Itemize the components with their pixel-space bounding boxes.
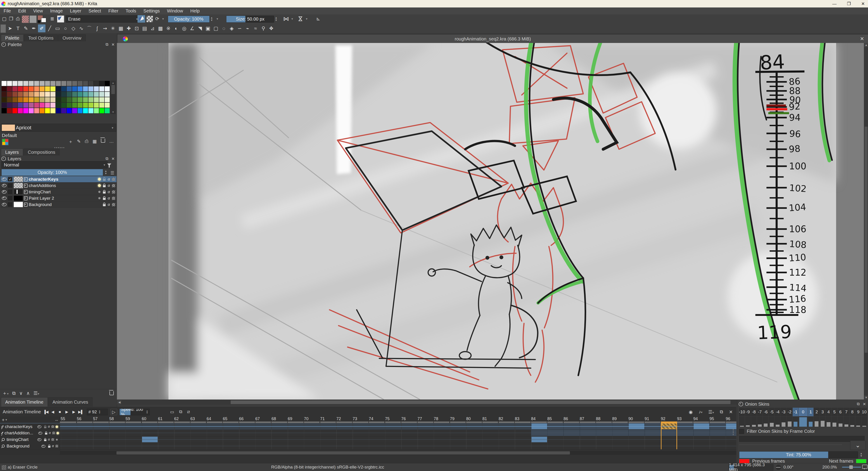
- brush-preset-icon[interactable]: [57, 15, 64, 23]
- onion-opacity-bar[interactable]: [788, 421, 792, 427]
- palette-swatch[interactable]: [104, 92, 110, 97]
- onion-offset-6[interactable]: 6: [837, 408, 843, 416]
- palette-swatch[interactable]: [34, 81, 39, 86]
- onion-skin-toggle-icon[interactable]: [98, 197, 101, 199]
- palette-swatch[interactable]: [104, 102, 110, 108]
- layer-row-background[interactable]: Backgroundα: [0, 201, 117, 208]
- palette-swatch[interactable]: [39, 81, 45, 86]
- timeline-layer-name-Background[interactable]: Backgroundα: [0, 443, 60, 449]
- palette-swatch[interactable]: [61, 97, 66, 102]
- palette-swatch[interactable]: [12, 81, 18, 86]
- alpha-lock-icon[interactable]: α: [107, 183, 110, 188]
- frame-number[interactable]: 96: [726, 416, 736, 421]
- add-layer-button[interactable]: ＋▾: [2, 390, 9, 397]
- onion-opacity-bar[interactable]: [740, 426, 744, 427]
- frame-number[interactable]: 64: [207, 416, 223, 421]
- frame-number[interactable]: 74: [369, 416, 385, 421]
- frame-color-combo[interactable]: [739, 436, 865, 442]
- canvas-viewport[interactable]: 84 8688909294969810010210410610811011211…: [117, 43, 864, 400]
- frame-number[interactable]: 60: [142, 416, 158, 421]
- keyframe-cell[interactable]: [629, 423, 644, 429]
- palette-swatch[interactable]: [12, 86, 18, 92]
- onion-offset-4[interactable]: 4: [826, 408, 831, 416]
- layer-visibility-icon[interactable]: [37, 438, 41, 441]
- measure-tool[interactable]: ∠: [188, 24, 196, 32]
- palette-swatch[interactable]: [18, 81, 23, 86]
- toolbox-handle[interactable]: [0, 24, 6, 33]
- onion-bar-slot-7[interactable]: [844, 416, 849, 427]
- palette-swatch[interactable]: [29, 86, 34, 92]
- frame-number[interactable]: 81: [483, 416, 499, 421]
- palette-swatch[interactable]: [66, 92, 72, 97]
- onion-bar-slot-1[interactable]: [808, 416, 813, 427]
- docker-lock-icon[interactable]: [1, 156, 6, 161]
- palette-swatch[interactable]: [104, 81, 110, 86]
- palette-swatch[interactable]: [18, 86, 23, 92]
- palette-swatch[interactable]: [61, 102, 66, 108]
- palette-swatch[interactable]: [23, 81, 29, 86]
- onion-bar-slot--2[interactable]: [786, 416, 792, 427]
- palette-swatch[interactable]: [45, 102, 50, 108]
- mirror-vertical-caret[interactable]: ▾: [305, 15, 308, 22]
- layer-opacity-spin[interactable]: ▲▼: [103, 169, 108, 176]
- palette-scrollbar[interactable]: ▲ ▼: [111, 81, 116, 114]
- menu-item-settings[interactable]: Settings: [140, 7, 163, 14]
- rectangle-tool[interactable]: ▭: [54, 24, 61, 32]
- onion-opacity-bar[interactable]: [776, 425, 780, 427]
- onion-offset--9[interactable]: -9: [745, 408, 751, 416]
- onion-offset-7[interactable]: 7: [844, 408, 849, 416]
- lock-icon[interactable]: [44, 426, 46, 428]
- new-document-icon[interactable]: ▢: [1, 15, 7, 22]
- alpha-lock-icon[interactable]: α: [49, 431, 51, 435]
- palette-swatch[interactable]: [66, 102, 72, 108]
- skip-to-start-button[interactable]: ▐◀: [43, 409, 49, 415]
- foreground-background-colors[interactable]: [37, 15, 47, 23]
- workspace-caret-icon[interactable]: ▾: [161, 15, 165, 22]
- palette-swatch[interactable]: [7, 86, 12, 92]
- onion-offset--1[interactable]: -1: [793, 408, 798, 416]
- scroll-up-icon[interactable]: ▲: [864, 43, 868, 47]
- palette-swatch[interactable]: [34, 92, 39, 97]
- palette-swatch[interactable]: [56, 108, 61, 113]
- brush-settings-icon[interactable]: ≣: [49, 15, 56, 22]
- onion-bar-slot--1[interactable]: [793, 416, 798, 427]
- inherit-alpha-icon[interactable]: [52, 432, 55, 434]
- menu-item-window[interactable]: Window: [163, 7, 187, 14]
- color-sampler-tool[interactable]: ⊿: [149, 24, 156, 32]
- onion-bar-slot-3[interactable]: [820, 416, 826, 427]
- frame-display-icon[interactable]: ▭: [170, 409, 174, 414]
- onion-bar-slot--8[interactable]: [751, 416, 757, 427]
- onion-bar-slot-2[interactable]: [814, 416, 819, 427]
- palette-swatch[interactable]: [23, 92, 29, 97]
- tab-overview[interactable]: Overview: [58, 34, 86, 41]
- float-docker-icon[interactable]: ⧉: [105, 42, 108, 47]
- inherit-alpha-icon[interactable]: [55, 445, 58, 447]
- onion-opacity-bar[interactable]: [827, 422, 831, 427]
- palette-swatch[interactable]: [83, 92, 88, 97]
- onion-opacity-bar[interactable]: [844, 425, 848, 427]
- onion-offset--2[interactable]: -2: [786, 408, 792, 416]
- onion-offset--4[interactable]: -4: [775, 408, 780, 416]
- subwindow-close-icon[interactable]: ✕: [860, 36, 864, 42]
- palette-swatch[interactable]: [72, 86, 78, 92]
- audio-icon[interactable]: ♪▾: [699, 409, 703, 414]
- onion-opacity-bar[interactable]: [815, 421, 818, 427]
- inherit-alpha-icon[interactable]: [51, 438, 54, 441]
- zoom-slider[interactable]: [842, 467, 861, 468]
- timeline-zoom-handle[interactable]: ↔: [55, 417, 59, 422]
- collapse-section-button[interactable]: ⌄: [850, 440, 866, 450]
- onion-opacity-bar[interactable]: [794, 422, 798, 427]
- palette-swatch[interactable]: [7, 102, 12, 108]
- onion-skin-toggle-icon[interactable]: [98, 184, 101, 187]
- palette-swatch[interactable]: [39, 92, 45, 97]
- rect-select-tool[interactable]: ▢: [212, 24, 220, 32]
- next-frames-color-swatch[interactable]: [856, 459, 866, 463]
- float-docker-icon[interactable]: ⧉: [857, 402, 860, 407]
- fit-screen-icon[interactable]: [862, 465, 868, 469]
- stop-button[interactable]: ■: [57, 409, 63, 415]
- onion-skin-toggle-icon[interactable]: [98, 191, 101, 193]
- palette-swatch[interactable]: [1, 102, 7, 108]
- onion-opacity-bar[interactable]: [799, 417, 807, 427]
- frame-number[interactable]: 84: [531, 416, 547, 421]
- frame-number[interactable]: 67: [255, 416, 272, 421]
